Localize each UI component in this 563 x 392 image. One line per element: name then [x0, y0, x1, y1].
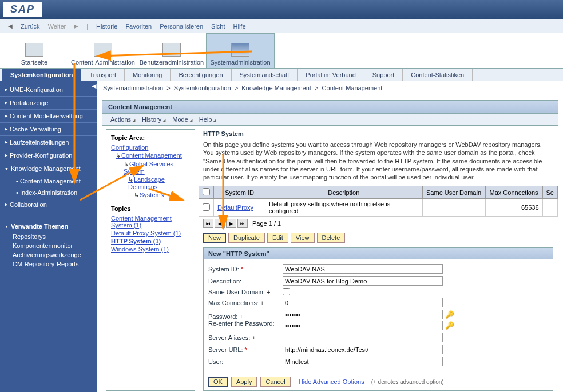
input-max-conn[interactable] [283, 298, 443, 307]
subtab-support[interactable]: Support [364, 69, 403, 81]
new-http-system-form: New "HTTP System" System ID: * Descripti… [203, 247, 553, 391]
nav-portal[interactable]: Portalanzeige [0, 97, 97, 110]
crumb-syskonfig[interactable]: Systemkonfiguration [174, 85, 231, 91]
subtab-content-statistiken[interactable]: Content-Statistiken [403, 69, 473, 81]
col-same-user[interactable]: Same User Domain [422, 186, 485, 199]
page-prev[interactable]: ◀ [215, 219, 225, 228]
col-max-conn[interactable]: Max Connections [485, 186, 542, 199]
subtab-systemlandschaft[interactable]: Systemlandschaft [232, 69, 298, 81]
select-all-checkbox[interactable] [203, 188, 210, 195]
topic-dps[interactable]: Default Proxy System (1) [111, 229, 190, 237]
menu-actions[interactable]: Actions [108, 116, 137, 123]
menu-mode[interactable]: Mode [170, 116, 195, 123]
nav-content-model[interactable]: Content-Modellverwaltung [0, 110, 97, 123]
topic-windows-system[interactable]: Windows System (1) [111, 245, 190, 253]
ok-button[interactable]: OK [208, 377, 228, 387]
menu-history[interactable]: History [140, 116, 168, 123]
key-icon: 🔑 [445, 310, 454, 319]
collapse-nav-icon[interactable]: ◀ [92, 82, 96, 90]
topic-gss[interactable]: Global Services System [111, 160, 190, 175]
topic-landscape[interactable]: Landscape Definitions [111, 175, 190, 191]
topic-cm[interactable]: Content Management [111, 151, 190, 160]
input-password-repeat[interactable] [283, 321, 443, 330]
topics-heading: Topics [111, 205, 190, 212]
key-icon: 🔑 [445, 321, 454, 330]
tab-user-admin[interactable]: Benutzeradministration [137, 33, 206, 68]
back-link[interactable]: Zurück [17, 23, 43, 30]
sap-header: SAP [0, 0, 563, 19]
input-aliases[interactable] [283, 333, 443, 342]
row-checkbox[interactable] [203, 203, 210, 211]
page-next[interactable]: ▶ [226, 219, 236, 228]
panel-toolbar: Actions History Mode Help [102, 113, 558, 126]
nav-cm-reports[interactable]: CM-Repository-Reports [0, 259, 97, 269]
label-server-url: Server URL: * [208, 346, 283, 353]
breadcrumb: Systemadministration > Systemkonfigurati… [97, 81, 563, 95]
topic-config[interactable]: Configuration [111, 143, 190, 151]
nav-cache[interactable]: Cache-Verwaltung [0, 123, 97, 136]
menu-help[interactable]: Help [197, 116, 219, 123]
cancel-button[interactable]: Cancel [260, 377, 290, 387]
tab-content-admin[interactable]: Content-Administration [69, 33, 137, 68]
forward-arrow-icon: ▶ [70, 23, 82, 29]
folder-icon [94, 43, 112, 57]
page-info: Page 1 / 1 [252, 220, 281, 227]
view-menu[interactable]: Sicht [208, 23, 228, 30]
cell-same-user [422, 199, 485, 217]
topic-systems[interactable]: Systems [111, 191, 190, 199]
page-first[interactable]: ⏮ [203, 219, 213, 228]
subtab-berechtigungen[interactable]: Berechtigungen [171, 69, 231, 81]
crumb-km[interactable]: Knowledge Management [241, 85, 311, 91]
nav-provider[interactable]: Provider-Konfiguration [0, 149, 97, 162]
nav-km[interactable]: Knowledge Management [0, 162, 97, 175]
view-button[interactable]: View [291, 233, 315, 243]
delete-button[interactable]: Delete [317, 233, 346, 243]
edit-button[interactable]: Edit [267, 233, 288, 243]
personalize-menu[interactable]: Personalisieren [156, 23, 207, 30]
crumb-cm[interactable]: Content Management [322, 85, 383, 91]
duplicate-button[interactable]: Duplicate [228, 233, 265, 243]
checkbox-same-user[interactable] [283, 288, 290, 295]
topic-http-system[interactable]: HTTP System (1) [111, 237, 190, 245]
tab-startseite[interactable]: Startseite [0, 33, 69, 68]
topic-cms[interactable]: Content Management System (1) [111, 214, 190, 229]
nav-index-admin[interactable]: Index-Administration [0, 187, 97, 198]
nav-cm[interactable]: Content Management [0, 175, 97, 187]
subtab-transport[interactable]: Transport [81, 69, 125, 81]
input-system-id[interactable] [283, 264, 443, 274]
cell-system-id[interactable]: DefaultProxy [214, 199, 265, 217]
input-server-url[interactable] [283, 345, 443, 354]
nav-runtime[interactable]: Laufzeiteinstellungen [0, 136, 97, 149]
nav-related-title[interactable]: Verwandte Themen [0, 218, 97, 232]
subtab-portal-verbund[interactable]: Portal im Verbund [298, 69, 364, 81]
table-row[interactable]: DefaultProxy Default proxy settings wher… [199, 199, 558, 217]
nav-ume[interactable]: UME-Konfiguration [0, 83, 97, 97]
nav-comp-mon[interactable]: Komponentenmonitor [0, 241, 97, 250]
col-system-id[interactable]: System ID [214, 186, 265, 199]
favorites-menu[interactable]: Favoriten [122, 23, 155, 30]
history-menu[interactable]: Historie [93, 23, 121, 30]
col-description[interactable]: Description [265, 186, 423, 199]
tab-system-admin[interactable]: Systemadministration [206, 33, 275, 68]
sap-logo: SAP [3, 2, 42, 17]
nav-repos[interactable]: Repositorys [0, 232, 97, 241]
help-menu[interactable]: Hilfe [230, 23, 249, 30]
nav-collab[interactable]: Collaboration [0, 198, 97, 211]
input-user[interactable] [283, 357, 443, 366]
crumb-sysadmin[interactable]: Systemadministration [103, 85, 163, 91]
folder-icon [25, 43, 43, 57]
back-arrow-icon[interactable]: ◀ [5, 23, 16, 29]
apply-button[interactable]: Apply [231, 377, 257, 387]
subtab-monitoring[interactable]: Monitoring [125, 69, 171, 81]
subtab-systemkonfiguration[interactable]: Systemkonfiguration [2, 69, 81, 81]
input-password[interactable] [283, 310, 443, 319]
nav-arch-tools[interactable]: Archivierungswerkzeuge [0, 250, 97, 259]
hide-advanced-link[interactable]: Hide Advanced Options [299, 378, 364, 385]
systems-table: System ID Description Same User Domain M… [199, 186, 558, 217]
new-button[interactable]: New [203, 233, 226, 243]
input-description[interactable] [283, 276, 443, 286]
page-last[interactable]: ⏭ [237, 219, 248, 228]
label-description: Description: [208, 278, 283, 285]
col-se[interactable]: Se [542, 186, 557, 199]
left-nav: ◀ UME-Konfiguration Portalanzeige Conten… [0, 81, 97, 392]
